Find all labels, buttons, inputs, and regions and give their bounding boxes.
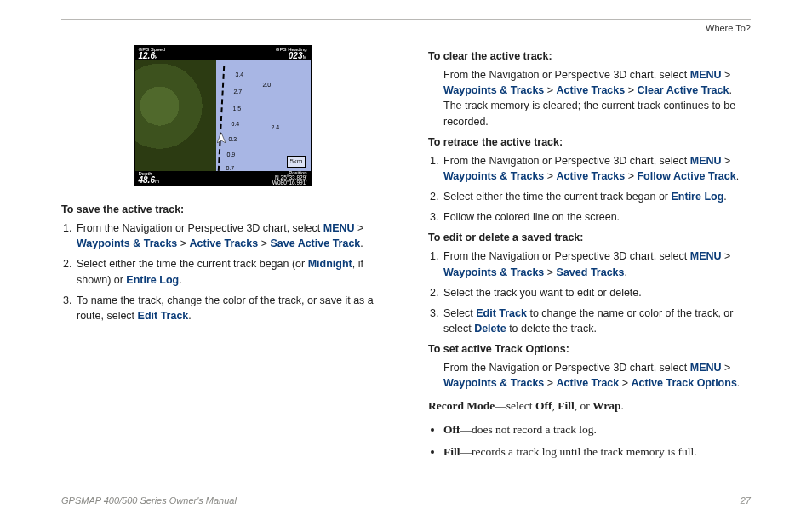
separator: > [544, 266, 556, 278]
list-item: Follow the colored line on the screen. [442, 209, 751, 225]
depth-sounding: 0.4 [232, 120, 240, 129]
top-rule [61, 19, 751, 20]
menu-kw: Waypoints & Tracks [443, 170, 544, 182]
text: To name the track, change the color of t… [77, 294, 374, 322]
menu-kw: Midnight [308, 258, 352, 270]
text: From the Navigation or Perspective 3D ch… [77, 222, 323, 234]
separator: > [544, 84, 556, 96]
gps-depth-unit: m [155, 179, 159, 184]
separator: > [177, 237, 189, 249]
depth-sounding: 2.4 [272, 123, 280, 132]
text: . [723, 191, 726, 203]
clear-track-body: From the Navigation or Perspective 3D ch… [428, 67, 751, 129]
text: . [736, 170, 739, 182]
menu-kw: Follow Active Track [637, 170, 735, 182]
separator: > [722, 250, 731, 262]
right-column: To clear the active track: From the Navi… [428, 43, 751, 465]
menu-kw: Waypoints & Tracks [443, 84, 544, 96]
manual-title: GPSMAP 400/500 Series Owner's Manual [61, 495, 237, 506]
boat-icon [217, 132, 226, 142]
page-footer: GPSMAP 400/500 Series Owner's Manual 27 [61, 495, 751, 506]
retrace-track-steps: From the Navigation or Perspective 3D ch… [428, 153, 751, 226]
text: From the Navigation or Perspective 3D ch… [443, 155, 690, 167]
text: Select [443, 307, 476, 319]
menu-kw: Active Track [557, 377, 620, 389]
menu-kw: Active Tracks [557, 170, 626, 182]
text: , or [575, 399, 592, 412]
record-mode-off: Off [535, 399, 552, 412]
fill-bullet-label: Fill [443, 445, 460, 458]
gps-speed-unit: k [155, 54, 157, 60]
menu-kw: Delete [474, 323, 506, 334]
list-item: Select the track you want to edit or del… [442, 285, 751, 300]
menu-kw: Clear Active Track [637, 84, 729, 96]
record-mode-wrap: Wrap [592, 399, 621, 412]
list-item: Fill—records a track log until the track… [443, 443, 751, 460]
menu-kw: MENU [323, 222, 355, 234]
separator: > [544, 377, 556, 389]
gps-device-mock: GPS Speed 12.6k GPS Heading 023M [134, 45, 312, 186]
list-item: From the Navigation or Perspective 3D ch… [442, 153, 751, 184]
menu-kw: Active Track Options [632, 377, 737, 389]
separator: > [625, 170, 637, 182]
gps-land-area [135, 60, 216, 174]
page-number: 27 [741, 495, 751, 506]
list-item: Select either the time the current track… [442, 189, 751, 204]
text: —select [495, 399, 535, 412]
list-item: Off—does not record a track log. [443, 421, 751, 438]
text: . [360, 237, 363, 249]
text: . [625, 266, 627, 278]
text: From the Navigation or Perspective 3D ch… [443, 69, 690, 81]
menu-kw: MENU [690, 250, 722, 262]
separator: > [355, 222, 364, 234]
gps-heading-value: 023 [289, 51, 303, 60]
record-mode-label: Record Mode [428, 399, 495, 412]
list-item: Select either the time the current track… [75, 256, 384, 287]
text: Select the track you want to edit or del… [443, 287, 642, 299]
menu-kw: MENU [690, 69, 722, 81]
text: . [188, 310, 191, 322]
separator: > [619, 377, 631, 389]
track-options-heading: To set active Track Options: [428, 341, 751, 357]
text: Select either the time the current track… [443, 191, 672, 203]
retrace-track-heading: To retrace the active track: [428, 134, 751, 150]
save-track-heading: To save the active track: [61, 202, 384, 217]
list-item: To name the track, change the color of t… [75, 293, 384, 323]
separator: > [722, 362, 731, 374]
separator: > [544, 170, 556, 182]
text: From the Navigation or Perspective 3D ch… [443, 362, 690, 374]
gps-depth-value: 48.6 [139, 175, 155, 185]
gps-bottom-bar: Depth 48.6m Position N 25°33.829' W080°1… [135, 171, 311, 185]
text: . [621, 399, 624, 412]
menu-kw: Entire Log [126, 274, 179, 286]
menu-kw: Active Tracks [190, 237, 259, 249]
record-mode-line: Record Mode—select Off, Fill, or Wrap. [428, 397, 751, 415]
depth-sounding: 0.9 [227, 151, 236, 159]
two-column-layout: GPS Speed 12.6k GPS Heading 023M [61, 43, 751, 465]
svg-marker-0 [217, 133, 226, 143]
menu-kw: Edit Track [138, 310, 189, 322]
separator: > [258, 237, 270, 249]
separator: > [625, 84, 637, 96]
track-options-body: From the Navigation or Perspective 3D ch… [428, 360, 751, 391]
depth-sounding: 2.0 [263, 81, 272, 89]
menu-kw: Waypoints & Tracks [443, 377, 544, 389]
gps-top-bar: GPS Speed 12.6k GPS Heading 023M [135, 47, 311, 60]
menu-kw: MENU [690, 362, 722, 374]
separator: > [722, 69, 731, 81]
depth-sounding: 3.4 [236, 71, 244, 79]
gps-scale: 5km [287, 156, 305, 168]
text: to delete the track. [506, 323, 597, 334]
menu-kw: Entire Log [672, 191, 724, 203]
text: Select either the time the current track… [77, 258, 308, 270]
menu-kw: Edit Track [476, 307, 527, 319]
text: . [737, 377, 740, 389]
left-column: GPS Speed 12.6k GPS Heading 023M [61, 43, 384, 465]
menu-kw: MENU [690, 155, 722, 167]
gps-screenshot: GPS Speed 12.6k GPS Heading 023M [61, 45, 384, 186]
text: From the Navigation or Perspective 3D ch… [443, 250, 690, 262]
text: . [179, 274, 181, 286]
list-item: From the Navigation or Perspective 3D ch… [442, 249, 751, 279]
text: —does not record a track log. [460, 423, 597, 436]
manual-page: Where To? GPS Speed 12.6k GPS Heading 02… [0, 0, 812, 526]
